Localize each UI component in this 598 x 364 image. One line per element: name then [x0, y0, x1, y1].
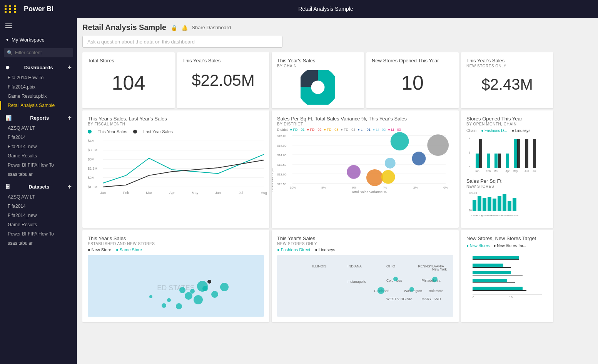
sales-sqft-title: Sales Per Sq Ft: [466, 178, 548, 184]
tile-ty-sales-chain[interactable]: This Year's Sales BY CHAIN: [272, 52, 364, 108]
legend-fd03: ● FD - 03: [324, 128, 338, 132]
sqft-bar-4: [488, 197, 491, 211]
tile-ty-sales[interactable]: This Year's Sales $22.05M: [177, 52, 269, 108]
add-dashboard-icon[interactable]: +: [67, 63, 72, 72]
sidebar-ds-ssas[interactable]: ssas tabular: [0, 239, 77, 248]
map2-visual: ILLINOIS INDIANA OHIO PENNSYLVANIA India…: [277, 255, 453, 317]
datasets-label: Datasets: [28, 184, 49, 190]
state-maryland: MARYLAND: [422, 297, 441, 301]
sidebar-item-ssas[interactable]: ssas tabular: [0, 170, 77, 179]
map-dot-6: [211, 291, 218, 298]
sidebar-item-gameresults[interactable]: Game Results.pbix: [0, 92, 77, 101]
sqft-bar-8: [508, 201, 511, 211]
svg-text:$0: $0: [469, 209, 472, 212]
sidebar-ds-azsq[interactable]: AZSQ AW LT: [0, 192, 77, 202]
tile-line-chart[interactable]: This Year's Sales, Last Year's Sales BY …: [82, 110, 269, 228]
tile-nst-title: New Stores, New Stores Target: [466, 235, 548, 241]
bar-may-lindseys: [517, 139, 520, 168]
sidebar-item-retail[interactable]: Retail Analysis Sample: [0, 101, 77, 110]
workspace-toggle[interactable]: ▼ My Workspace: [0, 34, 77, 46]
sidebar-item-fifa2014howto[interactable]: Fifa 2014 How To: [0, 73, 77, 82]
reports-label: Reports: [30, 115, 49, 121]
sidebar-ds-game[interactable]: Game Results: [0, 220, 77, 229]
nst-chart-svg: 0 10: [466, 250, 548, 300]
svg-point-2: [311, 81, 324, 94]
legend-district-label: District: [277, 128, 288, 132]
hamburger-menu[interactable]: [0, 18, 77, 34]
sidebar-item-powerbififa[interactable]: Power BI FIFA How To: [0, 160, 77, 170]
legend-lindseys2: ● Lindseys: [315, 247, 335, 252]
datasets-section[interactable]: 🗄 Datasets +: [0, 179, 77, 192]
dashboard-title: Retail Analysis Sample: [82, 23, 166, 32]
qa-placeholder: Ask a question about the data on this da…: [87, 39, 195, 45]
svg-text:Mar: Mar: [146, 191, 152, 195]
legend-new-stores-target: ● New Stores Tar...: [494, 244, 526, 248]
qa-bar[interactable]: Ask a question about the data on this da…: [82, 36, 282, 48]
tile-ty-sales-title: This Year's Sales: [182, 58, 264, 63]
dashboards-section[interactable]: ⊕ Dashboards +: [0, 60, 77, 73]
legend-ty-label: This Year Sales: [98, 129, 127, 134]
tile-map2[interactable]: This Year's Sales NEW STORES ONLY ● Fash…: [272, 230, 459, 322]
tile-total-stores-value: 104: [88, 71, 169, 94]
tile-stores-opened-title: Stores Opened This Year: [466, 116, 548, 122]
sidebar-item-fifa[interactable]: Fifa2014: [0, 133, 77, 142]
svg-text:$3.5M: $3.5M: [88, 148, 97, 152]
sidebar-item-fifa2014pbix[interactable]: Fifa2014.pbix: [0, 82, 77, 92]
bar-mar-fashions: [494, 154, 498, 168]
chevron-down-icon: ▼: [5, 38, 9, 42]
tile-total-stores[interactable]: Total Stores 104: [82, 52, 175, 108]
svg-text:-8%: -8%: [320, 186, 326, 189]
tile-map1[interactable]: This Year's Sales ESTABLISHED AND NEW ST…: [82, 230, 269, 322]
tile-bubble[interactable]: Sales Per Sq Ft, Total Sales Variance %,…: [272, 110, 459, 228]
map2-dot-2: [432, 277, 438, 282]
tile-new-stores-target[interactable]: New Stores, New Stores Target ● New Stor…: [461, 230, 553, 322]
main-header: Retail Analysis Sample 🔒 🔔 Share Dashboa…: [82, 23, 593, 32]
tile-new-stores[interactable]: New Stores Opened This Year 10: [366, 52, 459, 108]
tile-ty-sales-new[interactable]: This Year's Sales NEW STORES ONLY $2.43M: [461, 52, 553, 108]
workspace-label: My Workspace: [12, 37, 45, 43]
map1-visual: ED STATES: [88, 255, 264, 317]
svg-text:-2%: -2%: [412, 186, 418, 189]
svg-text:Mar: Mar: [494, 170, 499, 172]
filter-box[interactable]: 🔍: [4, 48, 73, 57]
bar-jun-lindseys: [525, 139, 528, 168]
svg-text:Jan: Jan: [100, 191, 106, 195]
app-grid-icon[interactable]: [5, 5, 18, 13]
dashboards-label: Dashboards: [24, 65, 53, 70]
sidebar-item-game[interactable]: Game Results: [0, 151, 77, 160]
bar-jan-fashions: [476, 154, 479, 168]
map1-label: ED STATES: [157, 284, 194, 292]
bubble-yellow: [381, 170, 395, 184]
add-report-icon[interactable]: +: [67, 114, 72, 122]
nst-legend: ● New Stores ● New Stores Tar...: [466, 244, 548, 248]
sidebar-item-fifanew[interactable]: Fifa2014_new: [0, 142, 77, 151]
svg-text:$2M: $2M: [88, 176, 94, 180]
svg-text:Sales Per Sq Ft: Sales Per Sq Ft: [272, 167, 274, 192]
map2-legend: ● Fashions Direct ● Lindseys: [277, 247, 453, 252]
svg-text:Feb: Feb: [123, 191, 129, 195]
share-dashboard-button[interactable]: Share Dashboard: [192, 25, 231, 30]
bubble-blue: [412, 152, 426, 165]
reports-icon: 📊: [5, 115, 12, 121]
sidebar-ds-fifa[interactable]: Fifa2014: [0, 202, 77, 211]
sidebar-ds-fifanew[interactable]: Fifa2014_new: [0, 211, 77, 220]
tile-map2-subtitle: NEW STORES ONLY: [277, 242, 453, 246]
tile-map1-subtitle: ESTABLISHED AND NEW STORES: [88, 242, 264, 246]
sidebar-item-azsq[interactable]: AZSQ AW LT: [0, 124, 77, 133]
svg-text:Jun: Jun: [525, 170, 529, 172]
add-dataset-icon[interactable]: +: [67, 183, 72, 191]
reports-section[interactable]: 📊 Reports +: [0, 110, 77, 124]
filter-input[interactable]: [15, 50, 70, 55]
dashboard-grid: Total Stores 104 This Year's Sales $22.0…: [82, 52, 593, 322]
tile-map2-title: This Year's Sales: [277, 235, 453, 241]
svg-text:$15.00: $15.00: [277, 134, 287, 138]
bar-jan-lindseys: [479, 139, 482, 168]
legend-fashions: ● Fashions D...: [481, 129, 507, 133]
sidebar-ds-powerbififa[interactable]: Power BI FIFA How To: [0, 229, 77, 239]
bubble-purple: [347, 165, 361, 179]
svg-text:Jul: Jul: [239, 191, 243, 195]
app-logo: Power BI: [24, 5, 53, 13]
tile-stores-opened[interactable]: Stores Opened This Year BY OPEN MONTH, C…: [461, 110, 553, 228]
bubble-gray: [427, 134, 449, 156]
bubble-legend: District ● FD - 01 ● FD - 02 ● FD - 03 ●…: [277, 128, 453, 132]
